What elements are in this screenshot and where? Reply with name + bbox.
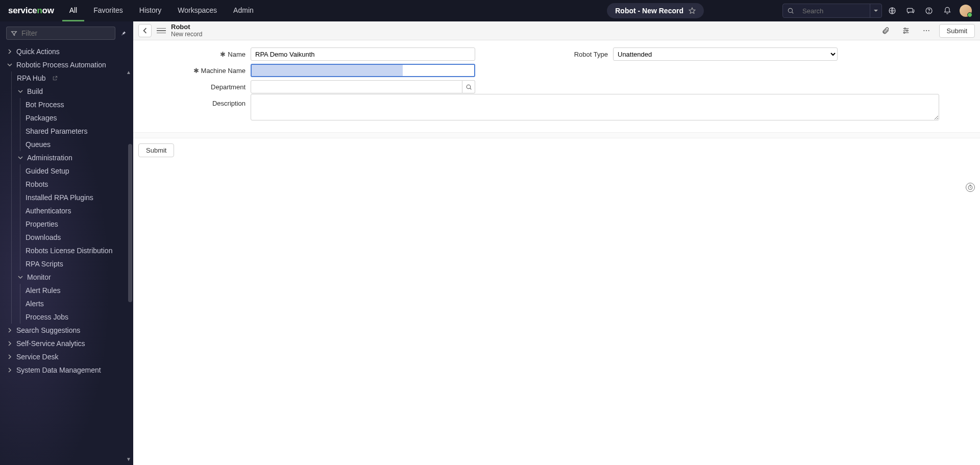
- sidebar-item-label: Robots License Distribution: [26, 247, 112, 255]
- sidebar-item-label: Shared Parameters: [26, 127, 87, 135]
- record-type: Robot: [171, 23, 202, 31]
- tab-admin[interactable]: Admin: [226, 0, 261, 21]
- chevron-down-icon: [17, 275, 24, 280]
- tab-workspaces[interactable]: Workspaces: [170, 0, 224, 21]
- sidebar-item-label: Bot Process: [26, 101, 64, 109]
- bell-icon[interactable]: [939, 3, 955, 19]
- sidebar-item-label: Build: [27, 87, 43, 95]
- description-field[interactable]: [251, 94, 939, 120]
- form-footer: Submit: [133, 138, 980, 162]
- caret-down-icon: [873, 8, 878, 13]
- search-box[interactable]: [782, 4, 882, 18]
- machine-name-field[interactable]: [251, 64, 475, 77]
- sidebar-item-quick-actions[interactable]: Quick Actions: [0, 45, 133, 58]
- settings-button[interactable]: [898, 23, 914, 38]
- sidebar-item-label: RPA Scripts: [26, 260, 63, 268]
- tab-history[interactable]: History: [132, 0, 169, 21]
- chat-icon[interactable]: [902, 3, 919, 19]
- filter-icon: [11, 30, 17, 37]
- sidebar-scrollbar[interactable]: [128, 144, 132, 302]
- submit-button-footer[interactable]: Submit: [138, 143, 174, 157]
- sidebar-item-label: Quick Actions: [16, 47, 60, 56]
- sidebar-item-label: Authenticators: [26, 207, 71, 215]
- breadcrumb[interactable]: Robot - New Record: [607, 3, 704, 18]
- sidebar-item-rpa[interactable]: Robotic Process Automation: [0, 58, 133, 71]
- submit-button-header[interactable]: Submit: [939, 24, 975, 38]
- sidebar-item-search-suggestions[interactable]: Search Suggestions: [0, 324, 133, 337]
- pin-icon: [120, 30, 127, 37]
- chevron-right-icon: [6, 368, 13, 373]
- sidebar-item-service-desk[interactable]: Service Desk: [0, 350, 133, 363]
- help-icon[interactable]: [921, 3, 937, 19]
- sidebar-item-downloads[interactable]: Downloads: [20, 231, 133, 244]
- star-icon[interactable]: [689, 7, 696, 14]
- chevron-right-icon: [6, 354, 13, 359]
- sidebar-section-build[interactable]: Build: [12, 85, 133, 98]
- svg-point-5: [928, 12, 929, 13]
- svg-point-12: [923, 30, 924, 31]
- attachment-button[interactable]: [878, 23, 893, 38]
- header-title: Robot New record: [171, 23, 202, 38]
- sidebar-item-properties[interactable]: Properties: [20, 217, 133, 231]
- sidebar-item-process-jobs[interactable]: Process Jobs: [20, 310, 133, 324]
- sidebar-item-robots-license-distribution[interactable]: Robots License Distribution: [20, 244, 133, 257]
- chevron-down-icon: [17, 89, 24, 94]
- chevron-right-icon: [6, 49, 13, 54]
- sidebar-item-label: Robotic Process Automation: [16, 61, 106, 69]
- search-icon: [783, 7, 798, 14]
- name-field[interactable]: [251, 47, 475, 61]
- svg-line-16: [470, 88, 471, 89]
- sidebar-item-self-service-analytics[interactable]: Self-Service Analytics: [0, 337, 133, 350]
- department-lookup-button[interactable]: [462, 80, 475, 93]
- search-icon: [465, 84, 472, 90]
- sidebar-item-label: Installed RPA Plugins: [26, 193, 93, 202]
- tab-favorites[interactable]: Favorites: [86, 0, 130, 21]
- paperclip-icon: [881, 27, 890, 35]
- sidebar-item-label: Monitor: [27, 273, 51, 281]
- tab-all[interactable]: All: [62, 0, 85, 21]
- sidebar-item-installed-rpa-plugins[interactable]: Installed RPA Plugins: [20, 191, 133, 204]
- globe-icon[interactable]: [884, 3, 900, 19]
- avatar[interactable]: [960, 5, 972, 17]
- sidebar-item-packages[interactable]: Packages: [20, 111, 133, 125]
- filter-box[interactable]: [6, 27, 115, 40]
- sidebar-item-queues[interactable]: Queues: [20, 138, 133, 151]
- breadcrumb-label: Robot - New Record: [615, 7, 683, 15]
- department-field[interactable]: [251, 80, 462, 93]
- robot-type-field[interactable]: Unattended: [613, 47, 838, 61]
- sidebar-item-label: Alert Rules: [26, 286, 60, 295]
- topbar: servicenow All Favorites History Workspa…: [0, 0, 980, 21]
- sidebar-item-shared-parameters[interactable]: Shared Parameters: [20, 125, 133, 138]
- more-button[interactable]: [919, 23, 934, 38]
- sidebar-item-system-data-management[interactable]: System Data Management: [0, 363, 133, 377]
- search-dropdown[interactable]: [870, 4, 881, 17]
- sidebar-item-robots[interactable]: Robots: [20, 178, 133, 191]
- search-input[interactable]: [798, 7, 870, 15]
- sidebar-item-bot-process[interactable]: Bot Process: [20, 98, 133, 111]
- svg-point-1: [788, 8, 792, 12]
- pin-button[interactable]: [119, 27, 127, 39]
- sidebar-item-authenticators[interactable]: Authenticators: [20, 204, 133, 217]
- menu-button[interactable]: [157, 28, 166, 34]
- sidebar-item-alerts[interactable]: Alerts: [20, 297, 133, 310]
- timer-icon[interactable]: [966, 183, 975, 192]
- sidebar-item-label: Alerts: [26, 300, 44, 308]
- sidebar-item-guided-setup[interactable]: Guided Setup: [20, 164, 133, 178]
- sidebar-item-rpa-scripts[interactable]: RPA Scripts: [20, 257, 133, 271]
- svg-point-14: [928, 30, 929, 31]
- sidebar-section-monitor[interactable]: Monitor: [12, 271, 133, 284]
- chevron-left-icon: [142, 28, 148, 34]
- svg-point-13: [925, 30, 926, 31]
- svg-line-2: [792, 12, 794, 14]
- sidebar-item-alert-rules[interactable]: Alert Rules: [20, 284, 133, 297]
- sidebar-item-label: Queues: [26, 140, 51, 149]
- sidebar-section-administration[interactable]: Administration: [12, 151, 133, 164]
- record-subtitle: New record: [171, 31, 202, 38]
- required-icon: ✱: [193, 67, 199, 75]
- chevron-down-icon: [17, 155, 24, 160]
- back-button[interactable]: [138, 24, 152, 37]
- sidebar-item-label: Self-Service Analytics: [16, 339, 85, 348]
- filter-input[interactable]: [21, 29, 111, 37]
- form-header: Robot New record Submit: [133, 21, 980, 40]
- sidebar-item-rpa-hub[interactable]: RPA Hub: [12, 71, 133, 85]
